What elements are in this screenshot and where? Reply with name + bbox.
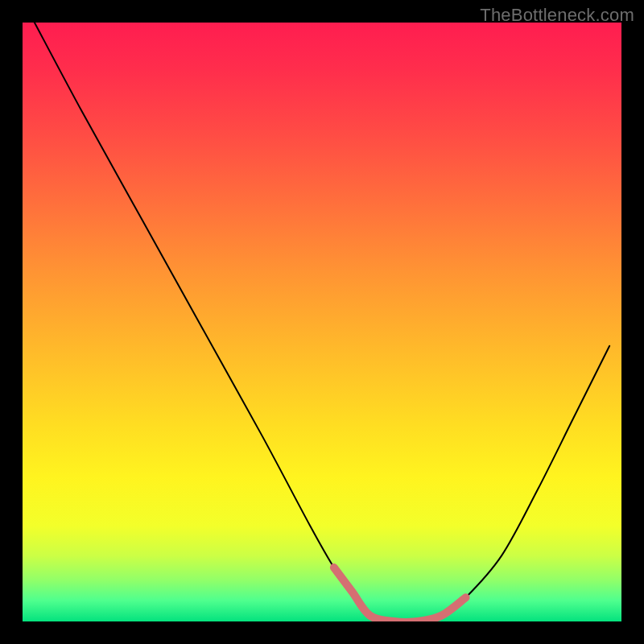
plot-gradient bbox=[23, 23, 621, 621]
chart-container: TheBottleneck.com bbox=[0, 0, 644, 644]
bottleneck-chart bbox=[0, 0, 644, 644]
watermark-text: TheBottleneck.com bbox=[480, 5, 634, 26]
